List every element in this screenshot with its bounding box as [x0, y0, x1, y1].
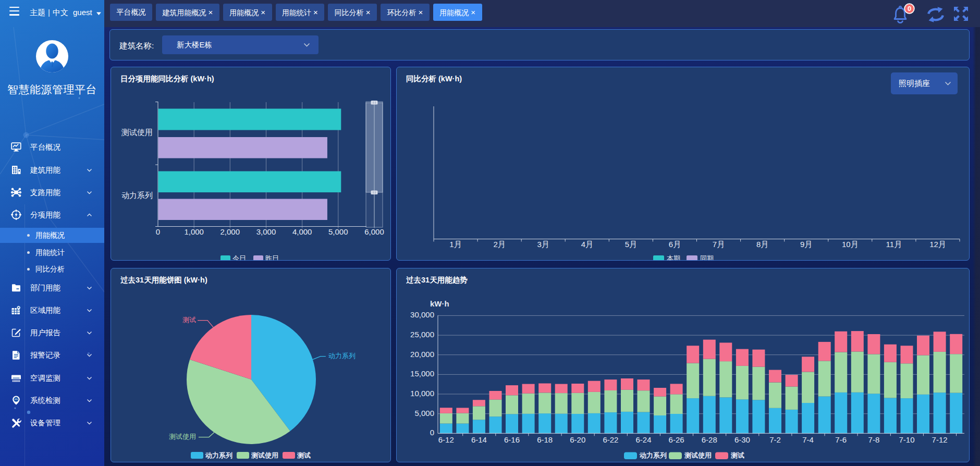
svg-text:10,000: 10,000 [410, 389, 434, 398]
svg-text:0: 0 [908, 5, 911, 13]
svg-text:6-22: 6-22 [603, 435, 618, 444]
svg-text:2,000: 2,000 [220, 227, 240, 236]
svg-text:11月: 11月 [886, 240, 902, 249]
svg-text:动力系列: 动力系列 [328, 352, 356, 360]
svg-text:7-12: 7-12 [932, 435, 948, 444]
svg-text:1月: 1月 [449, 240, 461, 249]
svg-text:7-8: 7-8 [868, 435, 880, 444]
svg-text:0: 0 [430, 428, 434, 437]
svg-text:2月: 2月 [493, 240, 505, 249]
svg-text:6,000: 6,000 [364, 227, 384, 236]
svg-text:20,000: 20,000 [410, 350, 434, 359]
svg-text:6-26: 6-26 [669, 435, 684, 444]
svg-text:6月: 6月 [669, 240, 681, 249]
svg-text:10月: 10月 [842, 240, 859, 249]
svg-text:4,000: 4,000 [292, 227, 312, 236]
svg-text:5,000: 5,000 [414, 409, 434, 418]
svg-text:7月: 7月 [713, 240, 725, 249]
svg-text:本期: 本期 [667, 254, 680, 261]
svg-text:kW·h: kW·h [430, 299, 449, 308]
svg-text:动力系列: 动力系列 [205, 451, 232, 459]
svg-text:5月: 5月 [625, 240, 637, 249]
svg-text:30,000: 30,000 [410, 310, 434, 319]
svg-text:0: 0 [156, 227, 160, 236]
svg-text:6-28: 6-28 [702, 435, 717, 444]
svg-text:25,000: 25,000 [410, 330, 434, 339]
svg-text:7-10: 7-10 [899, 435, 914, 444]
svg-text:6-30: 6-30 [734, 435, 750, 444]
svg-text:6-12: 6-12 [438, 435, 454, 444]
svg-text:5,000: 5,000 [328, 227, 348, 236]
svg-text:6-18: 6-18 [537, 435, 553, 444]
svg-text:4月: 4月 [581, 240, 593, 249]
svg-text:测试使用: 测试使用 [684, 451, 712, 459]
svg-text:3,000: 3,000 [256, 227, 276, 236]
svg-text:测试: 测试 [730, 451, 744, 459]
svg-text:昨日: 昨日 [265, 254, 279, 261]
svg-text:测试: 测试 [182, 316, 196, 324]
svg-text:12月: 12月 [929, 240, 946, 249]
svg-text:1,000: 1,000 [184, 227, 204, 236]
svg-text:6-14: 6-14 [471, 435, 487, 444]
svg-text:动力系列: 动力系列 [121, 191, 153, 200]
svg-text:今日: 今日 [232, 254, 246, 261]
svg-text:同期: 同期 [700, 254, 714, 261]
svg-text:6-16: 6-16 [504, 435, 520, 444]
svg-text:7-6: 7-6 [835, 435, 847, 444]
svg-text:15,000: 15,000 [410, 369, 434, 378]
svg-text:7-4: 7-4 [802, 435, 814, 444]
svg-text:测试: 测试 [297, 451, 311, 459]
svg-text:动力系列: 动力系列 [639, 451, 667, 459]
svg-text:6-20: 6-20 [570, 435, 585, 444]
svg-text:测试使用: 测试使用 [251, 451, 278, 459]
svg-text:9月: 9月 [800, 240, 812, 249]
svg-text:测试使用: 测试使用 [121, 128, 153, 137]
svg-text:6-24: 6-24 [635, 435, 651, 444]
svg-text:8月: 8月 [756, 240, 768, 249]
svg-text:7-2: 7-2 [769, 435, 781, 444]
svg-text:3月: 3月 [537, 240, 549, 249]
svg-text:测试使用: 测试使用 [169, 433, 196, 440]
